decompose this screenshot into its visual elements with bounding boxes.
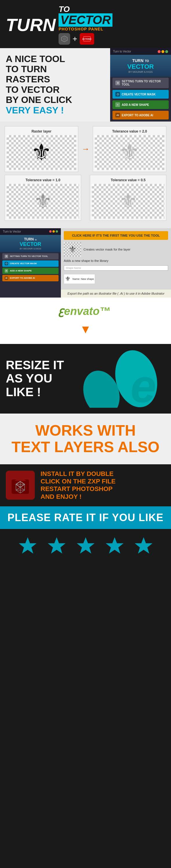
ai-icon: Ai xyxy=(115,113,120,118)
header-icons: + ACTIONS xyxy=(59,33,112,45)
detail-settings-icon: ⚙ xyxy=(5,255,8,258)
settings-icon: ⚙ xyxy=(115,81,120,85)
actions-icon: ACTIONS xyxy=(80,33,94,45)
desc-line2: TO TURN xyxy=(6,64,105,74)
panel-detail-brand: TURN to xyxy=(2,237,59,241)
envato-leaf: ꜫ xyxy=(58,305,65,317)
rate-title: PLEASE RATE IT IF YOU LIKE xyxy=(6,512,165,524)
panel-detail-turn: TURN xyxy=(24,237,34,241)
star-3-icon xyxy=(75,536,97,557)
star-2-icon xyxy=(46,536,68,557)
star-3[interactable] xyxy=(74,535,97,558)
resize-line2: AS YOU xyxy=(6,372,64,385)
detail-shape-icon: + xyxy=(5,269,8,273)
plugin-icon-svg xyxy=(60,35,68,43)
install-line2: CLICK ON THE ZXP FILE xyxy=(41,478,165,485)
envato-logo: ꜫenvato™ xyxy=(57,303,114,320)
works-section: WORKS WITH TEXT LAYERS ALSO xyxy=(0,413,171,464)
detail-item-mask: ⚜ Creates vector mask for the layer xyxy=(64,242,168,257)
demo-section: Raster layer ⚜ Tolerance value = 2.0 ⚜ T… xyxy=(0,122,171,228)
header-to-vector: TO VECTOR xyxy=(59,5,112,27)
svg-marker-17 xyxy=(77,538,94,553)
plugin-icon xyxy=(59,33,70,45)
panel-brand-turn: TURN to xyxy=(113,58,168,63)
stars-section xyxy=(0,529,171,564)
desc-line4: TO VECTOR xyxy=(6,85,105,95)
actions-label: ACTIONS xyxy=(82,38,92,40)
panel-settings-btn[interactable]: ⚙ SETTING TURN to VECTOR TOOL xyxy=(112,78,169,88)
plus-icon: + xyxy=(72,34,77,43)
demo-tolerance-20: Tolerance value = 2.0 ⚜ xyxy=(93,126,166,172)
star-5[interactable] xyxy=(132,535,155,558)
envato-logo-svg: ꜫenvato™ xyxy=(57,303,114,318)
fleur-10-icon: ⚜ xyxy=(34,191,53,212)
panel-brand-by: BY MOUNIR ILYASS xyxy=(113,70,168,73)
star-2[interactable] xyxy=(45,535,68,558)
callout-box: CLICK HERE IF IT'S THE FIRST TIME YOU US… xyxy=(64,231,168,240)
panel-detail-to: to xyxy=(35,238,37,241)
detail-ai-icon: Ai xyxy=(5,276,8,280)
install-line4: AND ENJOY ! xyxy=(41,493,165,501)
panel-shape-btn[interactable]: + ADD A NEW SHAPE xyxy=(112,100,169,109)
panel-detail-vector: VECTOR xyxy=(2,241,59,247)
desc-left: A NICE TOOL TO TURN RASTERS TO VECTOR BY… xyxy=(0,48,110,122)
detail-mask-text: Creates vector mask for the layer xyxy=(83,248,130,251)
panel-mask-btn[interactable]: ⬡ CREATE VECTOR MASK xyxy=(112,90,169,99)
header-right: TO VECTOR PHOTOSHOP PANEL + ACTIONS xyxy=(59,5,112,45)
tolerance-20-label: Tolerance value = 2.0 xyxy=(112,129,147,133)
star-1[interactable] xyxy=(16,535,39,558)
install-text: INSTALL IT BY DOUBLE CLICK ON THE ZXP FI… xyxy=(41,470,165,501)
panel-window-header: Turn to Vector xyxy=(110,48,171,55)
works-line1: WORKS WITH xyxy=(6,422,165,439)
fleur-black-icon: ⚜ xyxy=(31,141,52,164)
header-to-text: TO xyxy=(59,5,112,13)
panel-detail-titlebar: TURN to VECTOR BY MOUNIR ILYASS xyxy=(0,235,61,252)
shape-preview-row: ⚜ Name: New shape xyxy=(64,274,95,284)
install-line3: RESTART PHOTOSHOP xyxy=(41,485,165,493)
panel-detail-controls xyxy=(49,230,58,232)
panel-window-controls xyxy=(158,50,168,53)
header-turn-text: TURN xyxy=(6,16,56,34)
demo-raster: Raster layer ⚜ xyxy=(5,126,78,172)
demo-row-top: Raster layer ⚜ Tolerance value = 2.0 ⚜ xyxy=(5,126,166,172)
panel-ai-btn[interactable]: Ai EXPORT TO ADOBE AI xyxy=(112,111,169,120)
arrow-right-icon xyxy=(81,126,90,172)
panel-preview: Turn to Vector TURN to VECTOR BY MOUNIR … xyxy=(110,48,171,122)
shape-name-input: Shape Name xyxy=(64,266,168,271)
shape-name-preview: Name: New shape xyxy=(72,278,94,280)
resize-visual: e xyxy=(64,350,165,408)
svg-marker-18 xyxy=(106,538,123,553)
demo-tolerance-10: Tolerance value = 1.0 ⚜ xyxy=(5,175,81,221)
fleur-05-icon: ⚜ xyxy=(119,191,138,212)
header-vector-text: VECTOR xyxy=(59,13,112,27)
detail-shape-text: Adds a new shape to the library xyxy=(64,259,108,262)
mask-icon: ⬡ xyxy=(115,92,120,97)
header-subtitle-text: PHOTOSHOP PANEL xyxy=(59,27,112,31)
svg-text:ꜫenvato™: ꜫenvato™ xyxy=(58,305,110,317)
panel-detail-header: Turn to Vector xyxy=(0,228,61,235)
svg-marker-15 xyxy=(20,538,36,553)
panel-detail-mask-btn[interactable]: ⬡ CREATE VECTOR MASK xyxy=(2,260,59,267)
panel-detail-ai-btn[interactable]: Ai EXPORT TO ADOBE AI xyxy=(2,275,59,281)
demo-tolerance-05: Tolerance value = 0.5 ⚜ xyxy=(90,175,166,221)
star-4[interactable] xyxy=(103,535,126,558)
tolerance-10-img: ⚜ xyxy=(7,184,79,219)
panel-detail-shape-btn[interactable]: + ADD A NEW SHAPE xyxy=(2,268,59,274)
install-section: INSTALL IT BY DOUBLE CLICK ON THE ZXP FI… xyxy=(0,464,171,507)
desc-section: A NICE TOOL TO TURN RASTERS TO VECTOR BY… xyxy=(0,48,171,122)
desc-line3: RASTERS xyxy=(6,74,105,84)
rate-section: PLEASE RATE IT IF YOU LIKE xyxy=(0,506,171,529)
star-5-icon xyxy=(133,536,155,557)
export-bar: Export the path as an illustrator file (… xyxy=(61,289,171,298)
raster-label: Raster layer xyxy=(32,129,52,133)
star-1-icon xyxy=(17,536,39,557)
tolerance-05-img: ⚜ xyxy=(92,184,164,219)
panel-title-bar: TURN to VECTOR BY MOUNIR ILYASS xyxy=(110,55,171,77)
panel-detail-section: Turn to Vector TURN to VECTOR BY MOUNIR … xyxy=(0,228,171,298)
panel-detail-settings-btn[interactable]: ⚙ SETTING TURN to VECTOR TOOL xyxy=(2,253,59,259)
svg-marker-19 xyxy=(135,538,152,553)
install-line1: INSTALL IT BY DOUBLE xyxy=(41,470,165,478)
shape-preview-icon: ⚜ xyxy=(65,275,71,283)
panel-detail-right: CLICK HERE IF IT'S THE FIRST TIME YOU US… xyxy=(61,228,171,289)
tolerance-10-label: Tolerance value = 1.0 xyxy=(26,178,60,182)
